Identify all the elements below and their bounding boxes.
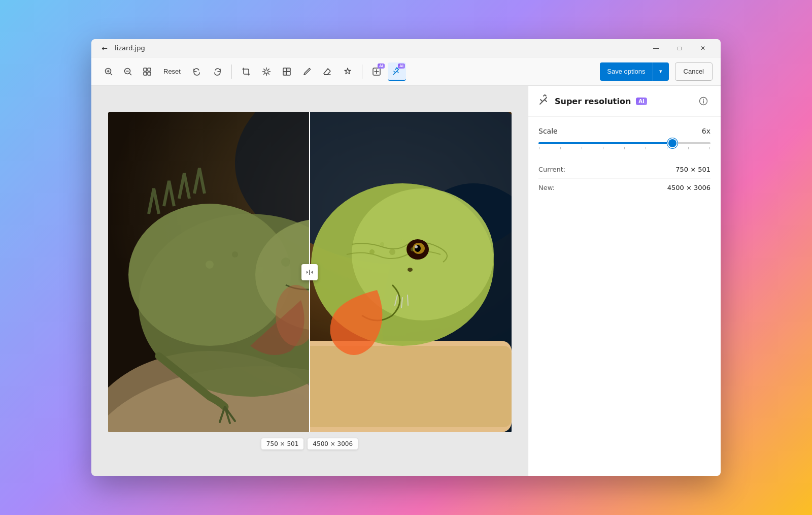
slider-ticks: [538, 147, 710, 149]
brightness-button[interactable]: [257, 62, 276, 81]
svg-point-58: [411, 247, 415, 251]
panel-icon: [538, 94, 550, 108]
window-title: lizard.jpg: [115, 44, 145, 52]
svg-rect-8: [148, 68, 151, 71]
new-value: 4500 × 3006: [667, 184, 710, 191]
current-label: Current:: [538, 166, 565, 173]
scale-label: Scale: [538, 127, 558, 135]
svg-line-19: [264, 73, 264, 74]
draw-button[interactable]: [298, 62, 316, 81]
original-size-label: 750 × 501: [261, 438, 304, 449]
tick-1: [539, 147, 539, 149]
image-labels: 750 × 501 4500 × 3006: [261, 438, 358, 449]
new-size-label: 4500 × 3006: [308, 438, 358, 449]
tick-7: [667, 147, 667, 149]
svg-point-37: [206, 261, 214, 269]
ai-badge-generative: AI: [378, 63, 385, 69]
super-resolution-button[interactable]: AI: [388, 62, 406, 81]
svg-rect-22: [283, 72, 287, 75]
svg-rect-21: [287, 68, 290, 72]
panel-header: Super resolution AI: [528, 86, 721, 117]
svg-rect-7: [144, 68, 147, 71]
zoom-controls: [99, 62, 156, 81]
new-size-row: New: 4500 × 3006: [538, 179, 710, 197]
effect-button[interactable]: [339, 62, 357, 81]
redo-button[interactable]: [208, 62, 226, 81]
fit-button[interactable]: [138, 62, 156, 81]
svg-point-52: [415, 245, 418, 248]
image-area: 750 × 501 4500 × 3006: [91, 86, 528, 476]
divider-1: [231, 65, 232, 79]
new-label: New:: [538, 184, 555, 191]
tick-4: [603, 147, 603, 149]
reset-button[interactable]: Reset: [158, 62, 186, 81]
main-content: 750 × 501 4500 × 3006 Super resolution A…: [91, 86, 721, 476]
tick-3: [582, 147, 582, 149]
svg-rect-10: [148, 72, 151, 75]
scale-value: 6x: [702, 127, 710, 135]
panel-body: Scale 6x: [528, 117, 721, 476]
svg-line-16: [264, 69, 264, 69]
svg-point-54: [369, 249, 375, 254]
svg-point-57: [400, 239, 405, 244]
svg-line-17: [268, 73, 269, 74]
zoom-out-button[interactable]: [119, 62, 137, 81]
slider-thumb[interactable]: [668, 139, 676, 147]
app-window: ← lizard.jpg — □ ✕ Reset: [91, 39, 721, 476]
window-controls: — □ ✕: [645, 39, 715, 57]
ai-badge-super-res: AI: [398, 63, 405, 69]
svg-rect-20: [283, 68, 287, 72]
back-button[interactable]: ←: [97, 41, 112, 55]
crop-button[interactable]: [237, 62, 255, 81]
slider-fill: [538, 142, 672, 144]
svg-point-11: [264, 70, 268, 73]
panel-title: Super resolution: [555, 96, 631, 106]
slider-track: [538, 142, 710, 144]
generative-erase-button[interactable]: AI: [367, 62, 386, 81]
slider-container: [538, 142, 710, 149]
tick-8: [688, 147, 689, 149]
save-options-button[interactable]: Save options: [600, 62, 652, 81]
comparison-handle[interactable]: [301, 264, 318, 280]
undo-button[interactable]: [188, 62, 206, 81]
image-right: [310, 112, 512, 432]
svg-line-18: [268, 69, 269, 69]
svg-point-40: [281, 258, 290, 267]
panel-ai-badge: AI: [636, 98, 647, 105]
image-left: [108, 112, 310, 432]
tick-2: [560, 147, 561, 149]
color-button[interactable]: [278, 62, 296, 81]
svg-point-38: [232, 251, 238, 258]
svg-line-1: [111, 73, 113, 75]
svg-rect-23: [287, 72, 290, 75]
zoom-in-button[interactable]: [99, 62, 118, 81]
svg-point-62: [703, 99, 704, 100]
scale-row: Scale 6x: [538, 127, 710, 135]
cancel-button[interactable]: Cancel: [675, 62, 713, 81]
image-container: [108, 112, 512, 432]
svg-point-56: [389, 249, 395, 255]
divider-2: [362, 65, 362, 79]
current-size-row: Current: 750 × 501: [538, 160, 710, 179]
svg-rect-9: [144, 72, 147, 75]
svg-point-55: [380, 242, 384, 246]
current-value: 750 × 501: [675, 166, 710, 173]
tick-5: [624, 147, 625, 149]
save-options-dropdown-button[interactable]: ▾: [653, 62, 669, 81]
minimize-button[interactable]: —: [645, 39, 668, 57]
toolbar: Reset AI: [91, 57, 721, 86]
side-panel: Super resolution AI Scale 6x: [528, 86, 721, 476]
panel-info-button[interactable]: [696, 94, 710, 108]
maximize-button[interactable]: □: [668, 39, 691, 57]
tick-9: [709, 147, 710, 149]
titlebar: ← lizard.jpg — □ ✕: [91, 39, 721, 57]
erase-button[interactable]: [318, 62, 336, 81]
svg-line-5: [130, 73, 132, 75]
save-options-group: Save options ▾: [600, 62, 668, 81]
svg-rect-46: [310, 346, 512, 427]
close-button[interactable]: ✕: [691, 39, 715, 57]
svg-point-39: [257, 266, 264, 273]
tick-6: [646, 147, 646, 149]
svg-point-53: [408, 268, 413, 272]
